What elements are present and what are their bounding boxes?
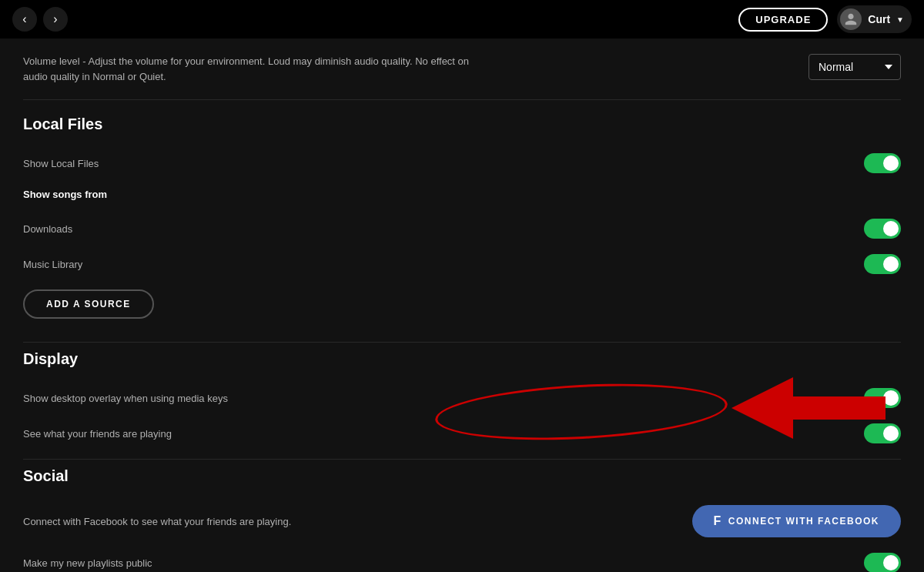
chevron-down-icon: ▼	[896, 15, 904, 24]
social-section: Social Connect with Facebook to see what…	[23, 467, 901, 572]
friends-playing-slider	[864, 423, 901, 443]
downloads-label: Downloads	[23, 223, 72, 235]
music-library-label: Music Library	[23, 259, 82, 270]
downloads-toggle[interactable]	[864, 219, 901, 239]
display-title: Display	[23, 350, 901, 368]
show-songs-from-label: Show songs from	[23, 189, 107, 200]
overlay-slider	[864, 388, 901, 408]
music-library-row: Music Library	[23, 246, 901, 282]
show-local-files-toggle[interactable]	[864, 153, 901, 173]
nav-buttons: ‹ ›	[12, 7, 68, 32]
local-files-section: Local Files Show Local Files Show songs …	[23, 115, 901, 334]
user-menu[interactable]: Curt ▼	[837, 5, 912, 33]
friends-playing-label: See what your friends are playing	[23, 428, 172, 440]
display-section: Display Show desktop overlay when using …	[23, 350, 901, 451]
overlay-label: Show desktop overlay when using media ke…	[23, 393, 228, 404]
upgrade-button[interactable]: UPGRADE	[738, 8, 828, 32]
volume-section: Volume level - Adjust the volume for you…	[23, 54, 901, 100]
music-library-slider	[864, 254, 901, 274]
top-right-controls: UPGRADE Curt ▼	[738, 5, 912, 33]
music-library-toggle[interactable]	[864, 254, 901, 274]
divider-2	[23, 459, 901, 460]
divider-1	[23, 342, 901, 343]
friends-playing-toggle[interactable]	[864, 423, 901, 443]
facebook-description: Connect with Facebook to see what your f…	[23, 516, 291, 527]
avatar	[840, 8, 862, 30]
playlists-public-slider	[864, 553, 901, 572]
show-songs-from-row: Show songs from	[23, 181, 901, 211]
friends-playing-row: See what your friends are playing	[23, 416, 901, 451]
overlay-row: Show desktop overlay when using media ke…	[23, 380, 901, 416]
facebook-button-label: CONNECT WITH FACEBOOK	[728, 516, 879, 527]
downloads-row: Downloads	[23, 211, 901, 246]
forward-button[interactable]: ›	[43, 7, 68, 32]
main-content: Volume level - Adjust the volume for you…	[0, 38, 924, 572]
connect-with-facebook-button[interactable]: f CONNECT WITH FACEBOOK	[692, 505, 901, 537]
volume-select[interactable]: Quiet Normal Loud	[808, 54, 901, 80]
volume-description: Volume level - Adjust the volume for you…	[23, 54, 470, 84]
add-source-button[interactable]: ADD A SOURCE	[23, 289, 154, 319]
top-bar: ‹ › UPGRADE Curt ▼	[0, 0, 924, 38]
show-local-files-label: Show Local Files	[23, 158, 99, 169]
back-button[interactable]: ‹	[12, 7, 37, 32]
local-files-title: Local Files	[23, 115, 901, 133]
playlists-public-toggle[interactable]	[864, 553, 901, 572]
facebook-icon: f	[714, 514, 722, 528]
social-title: Social	[23, 467, 901, 485]
playlists-public-label: Make my new playlists public	[23, 557, 152, 569]
playlists-public-row: Make my new playlists public	[23, 545, 901, 572]
show-local-files-slider	[864, 153, 901, 173]
overlay-toggle[interactable]	[864, 388, 901, 408]
user-name-label: Curt	[868, 13, 890, 25]
show-local-files-row: Show Local Files	[23, 146, 901, 181]
downloads-slider	[864, 219, 901, 239]
facebook-connect-row: Connect with Facebook to see what your f…	[23, 497, 901, 545]
